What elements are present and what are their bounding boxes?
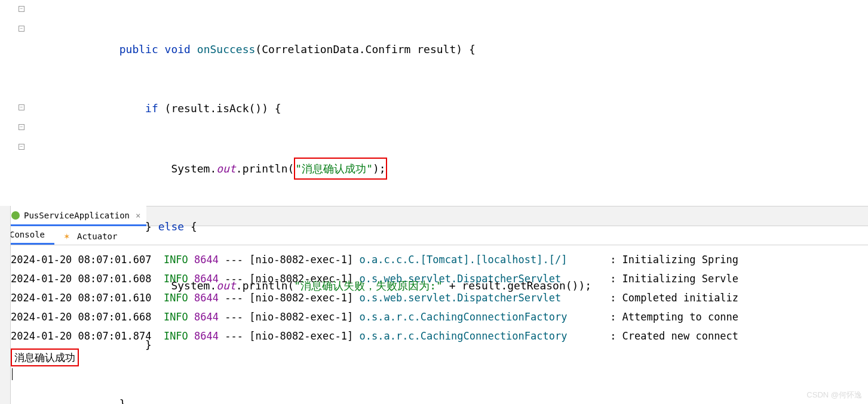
- fold-icon[interactable]: −: [19, 124, 24, 130]
- fold-icon[interactable]: −: [19, 26, 24, 32]
- actuator-icon: [64, 232, 73, 241]
- watermark: CSDN @何怀逸: [806, 390, 862, 400]
- fold-icon[interactable]: −: [19, 6, 24, 12]
- editor-gutter: − − − − −: [0, 0, 29, 206]
- code-line[interactable]: }: [29, 335, 868, 354]
- code-line[interactable]: public void onSuccess(CorrelationData.Co…: [29, 39, 868, 59]
- tool-window-left-strip: [0, 206, 11, 404]
- code-line[interactable]: System.out.println("消息确认成功");: [29, 158, 868, 177]
- spring-boot-icon: [11, 211, 20, 220]
- code-line[interactable]: } else {: [29, 217, 868, 236]
- code-content[interactable]: public void onSuccess(CorrelationData.Co…: [29, 0, 868, 206]
- highlighted-string-box: "消息确认成功");: [294, 158, 387, 180]
- fold-icon[interactable]: −: [19, 144, 24, 150]
- fold-icon[interactable]: −: [19, 104, 24, 110]
- code-line[interactable]: if (result.isAck()) {: [29, 98, 868, 118]
- code-line[interactable]: System.out.println("消息确认失败，失败原因为:" + res…: [29, 276, 868, 295]
- code-line[interactable]: }: [29, 394, 868, 404]
- code-editor[interactable]: − − − − − public void onSuccess(Correlat…: [0, 0, 868, 206]
